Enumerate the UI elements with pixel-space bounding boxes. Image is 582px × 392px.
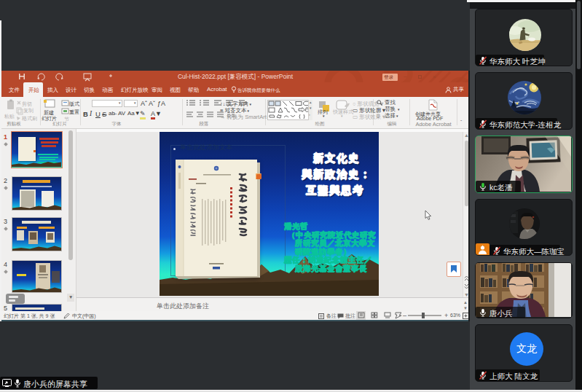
svg-text:版式: 版式 bbox=[68, 101, 79, 107]
svg-text:节: 节 bbox=[64, 117, 69, 122]
svg-text:格式刷: 格式刷 bbox=[21, 116, 37, 122]
svg-text:重置: 重置 bbox=[69, 109, 79, 114]
svg-text:复制: 复制 bbox=[23, 108, 34, 114]
svg-text:剪切: 剪切 bbox=[22, 101, 32, 107]
